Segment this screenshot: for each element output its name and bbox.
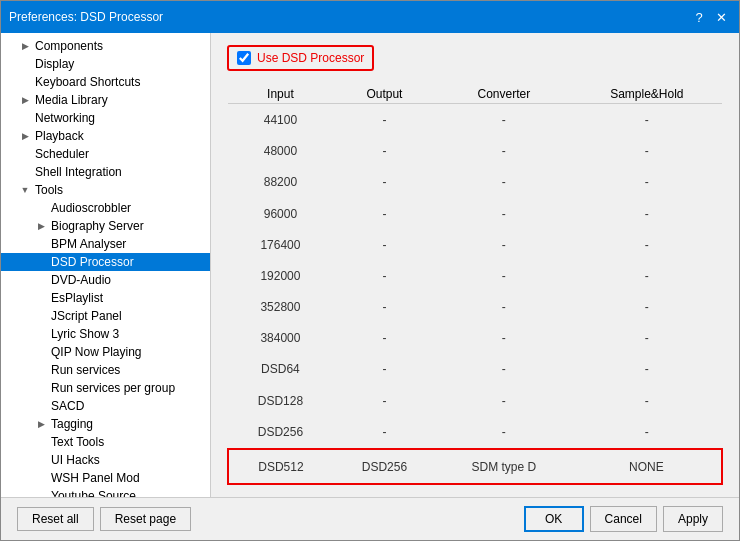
sidebar-item-shell-integration[interactable]: Shell Integration: [1, 163, 210, 181]
sidebar-item-label: QIP Now Playing: [49, 345, 210, 359]
sidebar-item-run-services-per-group[interactable]: Run services per group: [1, 379, 210, 397]
cell-converter: -: [436, 260, 572, 291]
reset-all-button[interactable]: Reset all: [17, 507, 94, 531]
sidebar-item-label: Text Tools: [49, 435, 210, 449]
sidebar-item-lyric-show-3[interactable]: Lyric Show 3: [1, 325, 210, 343]
sidebar-item-qip-now-playing[interactable]: QIP Now Playing: [1, 343, 210, 361]
cell-sample-hold: -: [572, 323, 722, 354]
sidebar-item-tools[interactable]: ▼Tools: [1, 181, 210, 199]
use-dsd-checkbox[interactable]: [237, 51, 251, 65]
table-row[interactable]: DSD64---: [228, 354, 722, 385]
cell-sample-hold: -: [572, 229, 722, 260]
sidebar-item-keyboard-shortcuts[interactable]: Keyboard Shortcuts: [1, 73, 210, 91]
cell-input: 192000: [228, 260, 333, 291]
sidebar-item-jscript-panel[interactable]: JScript Panel: [1, 307, 210, 325]
cell-converter: -: [436, 104, 572, 136]
cell-output: -: [333, 136, 436, 167]
sidebar-item-label: UI Hacks: [49, 453, 210, 467]
sidebar-item-label: Tagging: [49, 417, 210, 431]
sidebar-item-wsh-panel-mod[interactable]: WSH Panel Mod: [1, 469, 210, 487]
table-row[interactable]: DSD128---: [228, 385, 722, 416]
sidebar-item-playback[interactable]: ▶Playback: [1, 127, 210, 145]
table-row[interactable]: 48000---: [228, 136, 722, 167]
arrow-icon: ▶: [17, 131, 33, 141]
ok-button[interactable]: OK: [524, 506, 584, 532]
sidebar-item-label: BPM Analyser: [49, 237, 210, 251]
sidebar-item-tagging[interactable]: ▶Tagging: [1, 415, 210, 433]
sidebar-item-dsd-processor[interactable]: DSD Processor: [1, 253, 210, 271]
table-row[interactable]: DSD512DSD256SDM type DNONE: [228, 449, 722, 484]
cell-output: DSD256: [333, 449, 436, 484]
help-button[interactable]: ?: [689, 7, 709, 27]
sidebar-item-sacd[interactable]: SACD: [1, 397, 210, 415]
table-row[interactable]: DSD256---: [228, 416, 722, 449]
sidebar-item-networking[interactable]: Networking: [1, 109, 210, 127]
cell-sample-hold: -: [572, 104, 722, 136]
table-row[interactable]: 192000---: [228, 260, 722, 291]
cell-output: -: [333, 416, 436, 449]
cell-sample-hold: -: [572, 354, 722, 385]
sidebar-item-ui-hacks[interactable]: UI Hacks: [1, 451, 210, 469]
sidebar-item-bpm-analyser[interactable]: BPM Analyser: [1, 235, 210, 253]
cell-converter: -: [436, 416, 572, 449]
cell-converter: -: [436, 292, 572, 323]
sidebar-item-media-library[interactable]: ▶Media Library: [1, 91, 210, 109]
main-panel: Use DSD Processor Input Output Converter…: [211, 33, 739, 497]
cell-converter: -: [436, 354, 572, 385]
sidebar-item-esplaylist[interactable]: EsPlaylist: [1, 289, 210, 307]
cell-input: 176400: [228, 229, 333, 260]
close-button[interactable]: ✕: [711, 7, 731, 27]
table-row[interactable]: 352800---: [228, 292, 722, 323]
cell-output: -: [333, 385, 436, 416]
apply-button[interactable]: Apply: [663, 506, 723, 532]
sidebar-item-run-services[interactable]: Run services: [1, 361, 210, 379]
sidebar-item-label: Lyric Show 3: [49, 327, 210, 341]
sidebar-item-components[interactable]: ▶Components: [1, 37, 210, 55]
cell-input: DSD256: [228, 416, 333, 449]
table-row[interactable]: 88200---: [228, 167, 722, 198]
footer-left: Reset all Reset page: [17, 507, 191, 531]
footer-right: OK Cancel Apply: [524, 506, 723, 532]
cell-input: DSD512: [228, 449, 333, 484]
sidebar-item-biography-server[interactable]: ▶Biography Server: [1, 217, 210, 235]
title-bar: Preferences: DSD Processor ? ✕: [1, 1, 739, 33]
sidebar-item-label: Playback: [33, 129, 210, 143]
col-sample-hold: Sample&Hold: [572, 85, 722, 104]
sidebar-item-youtube-source[interactable]: Youtube Source: [1, 487, 210, 497]
cell-sample-hold: -: [572, 136, 722, 167]
sidebar-item-audioscrobbler[interactable]: Audioscrobbler: [1, 199, 210, 217]
cell-converter: -: [436, 198, 572, 229]
sidebar-item-label: Audioscrobbler: [49, 201, 210, 215]
sidebar-item-scheduler[interactable]: Scheduler: [1, 145, 210, 163]
sidebar-item-display[interactable]: Display: [1, 55, 210, 73]
arrow-icon: ▶: [17, 95, 33, 105]
cell-sample-hold: NONE: [572, 449, 722, 484]
sidebar-item-label: EsPlaylist: [49, 291, 210, 305]
table-row[interactable]: 96000---: [228, 198, 722, 229]
table-row[interactable]: 176400---: [228, 229, 722, 260]
reset-page-button[interactable]: Reset page: [100, 507, 191, 531]
arrow-icon: ▶: [33, 221, 49, 231]
sidebar-item-label: Networking: [33, 111, 210, 125]
cell-input: 96000: [228, 198, 333, 229]
table-row[interactable]: 44100---: [228, 104, 722, 136]
arrow-icon: ▼: [17, 185, 33, 195]
cell-output: -: [333, 198, 436, 229]
cell-input: DSD128: [228, 385, 333, 416]
table-row[interactable]: 384000---: [228, 323, 722, 354]
col-converter: Converter: [436, 85, 572, 104]
sidebar-item-label: Components: [33, 39, 210, 53]
sidebar-item-label: JScript Panel: [49, 309, 210, 323]
dsd-table: Input Output Converter Sample&Hold 44100…: [227, 85, 723, 485]
cell-output: -: [333, 354, 436, 385]
cell-sample-hold: -: [572, 260, 722, 291]
col-output: Output: [333, 85, 436, 104]
cell-sample-hold: -: [572, 385, 722, 416]
content-area: ▶ComponentsDisplayKeyboard Shortcuts▶Med…: [1, 33, 739, 497]
cancel-button[interactable]: Cancel: [590, 506, 657, 532]
sidebar-item-text-tools[interactable]: Text Tools: [1, 433, 210, 451]
sidebar-item-label: SACD: [49, 399, 210, 413]
sidebar-item-dvd-audio[interactable]: DVD-Audio: [1, 271, 210, 289]
title-bar-controls: ? ✕: [689, 7, 731, 27]
sidebar-item-label: Run services: [49, 363, 210, 377]
